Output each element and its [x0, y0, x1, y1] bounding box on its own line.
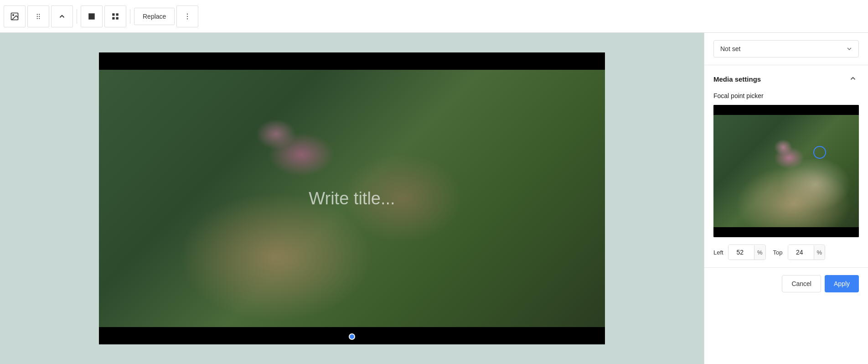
svg-point-13: [187, 13, 188, 14]
svg-rect-10: [116, 13, 119, 16]
left-coord-group: Left %: [713, 244, 766, 260]
block-type-button[interactable]: [81, 5, 103, 27]
cancel-button[interactable]: Cancel: [782, 275, 821, 292]
svg-rect-12: [116, 17, 119, 19]
svg-point-1: [13, 14, 14, 15]
left-percent-unit: %: [754, 245, 765, 260]
sidebar: Not set Cover Contain Fill None Media se…: [704, 33, 868, 364]
toolbar-divider-2: [130, 9, 130, 24]
svg-rect-11: [112, 17, 114, 19]
left-value-input[interactable]: [728, 245, 754, 260]
focal-point-label: Focal point picker: [713, 92, 859, 99]
sidebar-bottom-actions: Cancel Apply: [704, 268, 868, 300]
svg-point-14: [187, 16, 188, 16]
image-overlay: [99, 52, 605, 344]
svg-rect-8: [88, 13, 95, 20]
focal-image-overlay: [713, 105, 859, 237]
grid-layout-button[interactable]: [104, 5, 126, 27]
media-settings-collapse-button[interactable]: [847, 73, 859, 86]
canvas-area: Write title...: [0, 33, 704, 364]
top-coord-group: Top %: [773, 244, 826, 260]
image-block-button[interactable]: [4, 5, 26, 27]
dropdown-section: Not set Cover Contain Fill None: [704, 33, 868, 65]
svg-point-5: [39, 16, 40, 16]
svg-rect-9: [112, 13, 114, 16]
left-input-wrap: %: [728, 244, 766, 260]
svg-point-3: [39, 14, 40, 15]
toolbar-divider-1: [77, 9, 77, 24]
not-set-dropdown[interactable]: Not set Cover Contain Fill None: [713, 40, 859, 57]
focal-coords-row: Left % Top %: [713, 244, 859, 260]
drag-handle-button[interactable]: [27, 5, 49, 27]
top-value-input[interactable]: [788, 245, 814, 260]
top-input-wrap: %: [788, 244, 826, 260]
media-settings-section: Media settings Focal point picker: [704, 65, 868, 268]
more-options-button[interactable]: [176, 5, 198, 27]
focal-black-bottom: [713, 227, 859, 237]
focal-point-picker[interactable]: [713, 105, 859, 237]
top-percent-unit: %: [814, 245, 825, 260]
slide-dot-indicator[interactable]: [349, 333, 355, 340]
media-settings-header: Media settings: [713, 73, 859, 86]
svg-point-6: [37, 18, 38, 19]
toolbar: Replace: [0, 0, 868, 33]
svg-point-15: [187, 18, 188, 19]
svg-point-2: [37, 14, 38, 15]
top-label: Top: [773, 249, 784, 256]
left-label: Left: [713, 249, 724, 256]
focal-black-top: [713, 105, 859, 115]
move-up-down-button[interactable]: [51, 5, 73, 27]
svg-point-7: [39, 18, 40, 19]
svg-point-4: [37, 16, 38, 16]
media-settings-title: Media settings: [713, 75, 761, 83]
image-block[interactable]: Write title...: [99, 52, 605, 344]
image-mock: Write title...: [99, 52, 605, 344]
apply-button[interactable]: Apply: [825, 275, 859, 292]
main-area: Write title... Not set Cover Contain Fil…: [0, 33, 868, 364]
focal-point-handle[interactable]: [813, 146, 826, 159]
replace-button[interactable]: Replace: [134, 8, 175, 25]
